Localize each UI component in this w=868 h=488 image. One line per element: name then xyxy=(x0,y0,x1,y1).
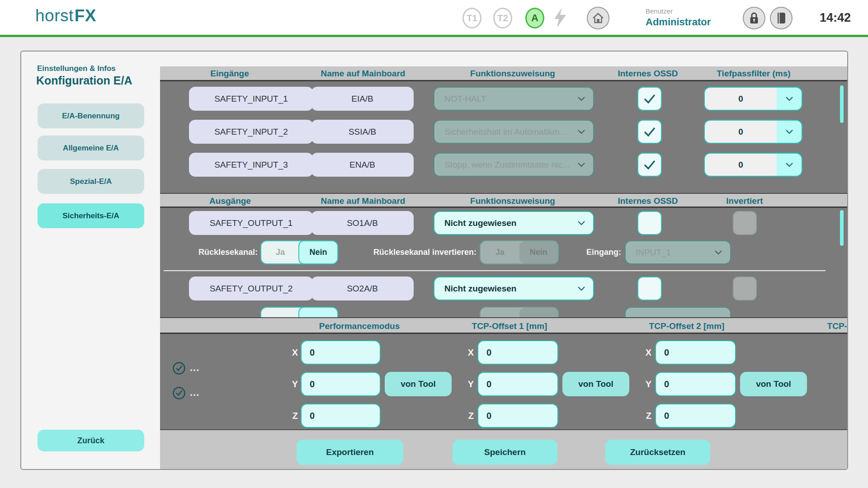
function-value: Nicht zugewiesen xyxy=(444,218,578,228)
back-button[interactable]: Zurück xyxy=(38,430,144,451)
mainboard-name-field[interactable]: SO2A/B xyxy=(311,277,414,300)
save-button-label: Speichern xyxy=(484,447,526,457)
function-dropdown-disabled: NOT-HALT xyxy=(434,87,594,111)
lowpass-filter-value: 0 xyxy=(705,154,777,176)
book-icon xyxy=(776,12,786,24)
tcp2-z-input[interactable] xyxy=(477,404,558,428)
tcp-table: ... ... X Y Z von Tool X Y Z von Tool X … xyxy=(160,334,847,429)
ossd-checkbox-unchecked[interactable] xyxy=(637,277,662,300)
axis-x-label: X xyxy=(459,340,474,365)
col-header-invertiert: Invertiert xyxy=(699,194,790,208)
input-name-value: SAFETY_INPUT_2 xyxy=(214,127,288,137)
ossd-checkbox-checked[interactable] xyxy=(637,153,662,177)
function-dropdown[interactable]: Nicht zugewiesen xyxy=(434,211,594,235)
mode-t1-button[interactable]: T1 xyxy=(462,8,481,28)
output-name-field[interactable]: SAFETY_OUTPUT_1 xyxy=(189,211,313,235)
dropdown-caret-zone xyxy=(777,154,802,176)
tcp1-z-input[interactable] xyxy=(301,404,381,428)
dropdown-caret-zone xyxy=(777,88,802,110)
lowpass-filter-dropdown[interactable]: 0 xyxy=(704,153,802,177)
mode-t2-button[interactable]: T2 xyxy=(493,8,512,28)
performance-item-label: ... xyxy=(190,387,199,399)
readback-ja-option[interactable]: Ja xyxy=(261,241,299,263)
readback-nein-option xyxy=(298,307,338,317)
output-name-value: SAFETY_OUTPUT_2 xyxy=(210,284,293,294)
readback-nein-option[interactable]: Nein xyxy=(298,240,338,264)
chevron-down-icon xyxy=(786,163,793,167)
lock-button[interactable] xyxy=(743,7,765,29)
outputs-scrollbar-thumb[interactable] xyxy=(840,210,844,246)
readback-toggle-clipped[interactable] xyxy=(260,307,338,317)
app-logo: horstFX xyxy=(35,6,96,25)
input-name-field[interactable]: SAFETY_INPUT_1 xyxy=(189,87,313,111)
check-icon xyxy=(642,126,657,138)
mainboard-name-value: SO1A/B xyxy=(347,218,378,228)
output-name-field[interactable]: SAFETY_OUTPUT_2 xyxy=(189,277,313,300)
mainboard-name-field[interactable]: SO1A/B xyxy=(311,211,414,235)
input-name-field[interactable]: SAFETY_INPUT_2 xyxy=(189,120,313,144)
mainboard-name-field[interactable]: SSIA/B xyxy=(311,120,414,144)
col-header-ossd: Internes OSSD xyxy=(603,194,693,208)
lowpass-filter-value: 0 xyxy=(705,88,777,110)
sidebar-item-ea-benennung[interactable]: E/A-Benennung xyxy=(38,103,144,128)
col-header-tiefpassfilter: Tiefpassfilter (ms) xyxy=(708,66,799,80)
action-strip: Exportieren Speichern Zurücksetzen xyxy=(160,429,847,470)
lowpass-filter-dropdown[interactable]: 0 xyxy=(704,120,802,144)
axis-z-label: Z xyxy=(459,404,474,428)
readback-invert-ja-option: Ja xyxy=(481,241,519,263)
tcp3-von-tool-button[interactable]: von Tool xyxy=(740,372,807,396)
manual-button[interactable] xyxy=(770,7,793,29)
col-header-tcp-offset-2: TCP-Offset 2 [mm] xyxy=(630,319,743,333)
input-name-field[interactable]: SAFETY_INPUT_3 xyxy=(189,153,313,177)
user-name: Administrator xyxy=(646,16,711,28)
home-button[interactable] xyxy=(587,7,609,29)
readback-invert-nein-option xyxy=(519,308,558,317)
lowpass-filter-dropdown[interactable]: 0 xyxy=(704,87,802,111)
tcp2-von-tool-button[interactable]: von Tool xyxy=(562,372,629,396)
function-dropdown[interactable]: Nicht zugewiesen xyxy=(434,277,594,300)
function-value: Sicherheitshalt im Automatikm... xyxy=(444,127,578,137)
tcp1-von-tool-button[interactable]: von Tool xyxy=(385,372,452,396)
clock: 14:42 xyxy=(820,11,851,25)
save-button[interactable]: Speichern xyxy=(453,440,557,465)
ossd-checkbox-checked[interactable] xyxy=(637,87,662,111)
axis-y-label: Y xyxy=(283,372,298,396)
mainboard-name-value: ENA/B xyxy=(349,160,375,170)
mode-t2-label: T2 xyxy=(497,13,508,23)
function-value: Nicht zugewiesen xyxy=(444,284,578,294)
inputs-scrollbar-thumb[interactable] xyxy=(840,85,844,123)
reset-button[interactable]: Zurücksetzen xyxy=(605,440,710,465)
tcp3-z-input[interactable] xyxy=(655,404,736,428)
mainboard-name-field[interactable]: EIA/B xyxy=(311,87,414,111)
von-tool-label: von Tool xyxy=(756,379,791,389)
sidebar-item-allgemeine-ea[interactable]: Allgemeine E/A xyxy=(38,136,144,160)
function-dropdown-disabled: Stopp, wenn Zustimmtaster nic... xyxy=(434,153,594,177)
circle-check-icon xyxy=(172,361,186,375)
back-button-label: Zurück xyxy=(77,436,104,446)
inputs-table: SAFETY_INPUT_1 EIA/B NOT-HALT 0 SAFETY_I… xyxy=(160,81,847,193)
tcp1-x-input[interactable] xyxy=(301,340,381,365)
outputs-header-strip: Ausgänge Name auf Mainboard Funktionszuw… xyxy=(160,193,847,208)
ossd-checkbox-checked[interactable] xyxy=(637,120,662,144)
chevron-down-icon xyxy=(578,286,585,291)
tcp3-y-input[interactable] xyxy=(655,372,736,396)
page-title: Konfiguration E/A xyxy=(36,74,132,87)
chevron-down-icon xyxy=(578,221,585,225)
tcp1-y-input[interactable] xyxy=(301,372,381,396)
inputs-header-strip: Eingänge Name auf Mainboard Funktionszuw… xyxy=(160,66,847,81)
sidebar-item-label: Sicherheits-E/A xyxy=(62,211,119,221)
mode-auto-label: A xyxy=(531,12,538,24)
sidebar-item-sicherheits-ea[interactable]: Sicherheits-E/A xyxy=(38,203,144,228)
export-button[interactable]: Exportieren xyxy=(297,440,403,465)
tcp2-x-input[interactable] xyxy=(477,340,558,365)
output-name-value: SAFETY_OUTPUT_1 xyxy=(210,218,293,228)
mode-auto-button[interactable]: A xyxy=(525,8,544,28)
reset-button-label: Zurücksetzen xyxy=(630,447,685,457)
mainboard-name-field[interactable]: ENA/B xyxy=(311,153,414,177)
chevron-down-icon xyxy=(578,130,585,134)
tcp3-x-input[interactable] xyxy=(655,340,736,365)
chevron-down-icon xyxy=(578,163,585,167)
ossd-checkbox-unchecked[interactable] xyxy=(637,211,662,235)
sidebar-item-spezial-ea[interactable]: Spezial-E/A xyxy=(38,169,144,194)
tcp2-y-input[interactable] xyxy=(477,372,558,396)
